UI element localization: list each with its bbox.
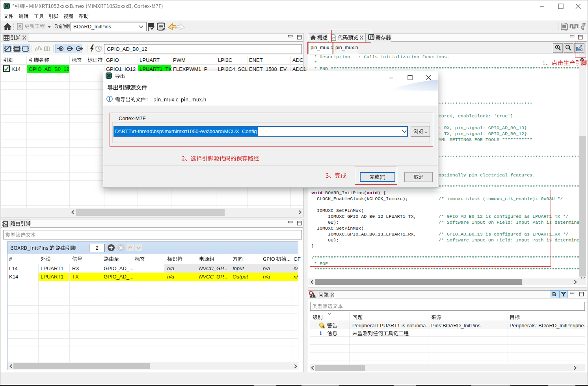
svg-text:S: S: [19, 24, 21, 29]
